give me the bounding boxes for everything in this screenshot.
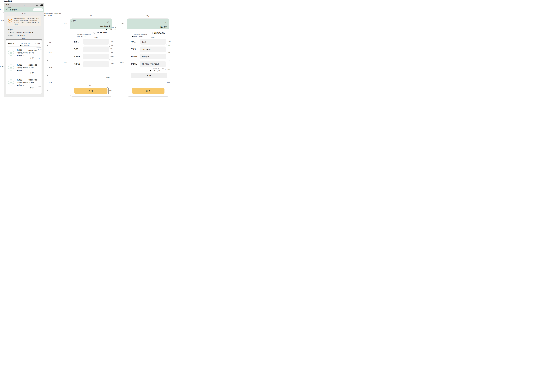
recipient-input[interactable]: 张某某	[140, 39, 166, 45]
dim-gap-36: 36px	[168, 59, 170, 61]
original-address-value: 上海普陀区金沙江路250弄43号101室	[8, 32, 33, 34]
save-button[interactable]: 保存	[132, 88, 164, 94]
avatar-icon	[8, 79, 14, 86]
measure-bracket	[47, 75, 48, 90]
warning-icon	[8, 18, 12, 23]
dim-cardheader-92: 92px	[49, 42, 51, 43]
font-annotation-31pt: 汉仪正圆 65简 31pt	[37, 46, 45, 48]
add-address-button[interactable]: + 新增	[35, 42, 40, 44]
dim-gap-36: 36px	[111, 59, 113, 61]
nav-title: 修改地址	[10, 9, 17, 11]
divider	[7, 61, 40, 61]
save-button[interactable]: 保存	[74, 88, 107, 94]
address-line2: 43号101室	[17, 84, 24, 86]
sheet-header: ✕ 地址变更	[127, 19, 169, 29]
dim-button-583: 583px	[74, 85, 107, 86]
measure-bracket	[6, 39, 42, 40]
measure-bracket	[166, 78, 167, 88]
address-line1: 上海普陀区金沙江路250弄	[17, 67, 34, 69]
contact-phone: 18618342655	[28, 79, 37, 81]
detail-address-input[interactable]: 金沙江路250弄43号101室	[140, 61, 166, 67]
detail-address-label: 详细地址	[74, 63, 80, 65]
close-icon[interactable]: ✕	[164, 21, 167, 24]
dim-item-261: 261px	[49, 52, 52, 53]
dim-gap-36: 36px	[111, 52, 113, 53]
dim-header-191: 191px	[118, 23, 124, 24]
divider	[7, 46, 40, 47]
dim-content-1203: 1203px	[117, 62, 124, 63]
measure-line	[68, 18, 68, 96]
measure-bracket	[5, 16, 6, 26]
original-contact-name: 张某某	[8, 35, 12, 36]
contact-name: 张某某	[17, 49, 22, 51]
back-icon[interactable]	[73, 20, 75, 24]
address-list-item: 张某某 18618342655 上海普陀区金沙江路250弄 43号101室 变更…	[6, 48, 42, 62]
delete-button[interactable]: 删除	[131, 73, 167, 78]
color-swatch-icon	[76, 36, 76, 37]
region-label: 所在地区	[131, 56, 137, 58]
font-annotation-31pt-lh: 汉仪正圆 65简 31pt 行距:36pt	[77, 34, 91, 35]
phone-input[interactable]	[83, 47, 109, 52]
design-canvas: 地址编辑页 汉仪细中圆简 Regular 22pt 行距:36pt CMYK(0…	[0, 0, 173, 98]
dim-gap-84: 84px	[167, 69, 170, 70]
select-checkbox-checked[interactable]: ✓	[38, 57, 41, 59]
measure-bracket	[109, 39, 110, 45]
measure-bracket	[47, 46, 48, 60]
dim-gap-180: 180px	[167, 82, 170, 83]
measure-bracket	[74, 87, 108, 88]
color-swatch-icon	[20, 45, 21, 46]
dim-width-750: 750px	[127, 15, 169, 17]
select-checkbox[interactable]	[38, 72, 41, 74]
screen-add-address: r= 20px ✕ 新增收货地址 汉仪正圆 65简 31pt CMYK(0, 0…	[70, 18, 112, 96]
default-address-radio[interactable]	[93, 32, 95, 34]
page-title: 地址编辑页	[4, 0, 12, 2]
measure-bracket	[6, 15, 42, 15]
phone-label: 手机号	[74, 48, 79, 50]
select-checkbox[interactable]	[38, 86, 41, 89]
dim-gap-36: 36px	[111, 45, 113, 46]
measure-bracket	[166, 67, 167, 73]
font-annotation-41pt: 汉仪正圆 65简 41pt	[21, 43, 30, 44]
recipient-label: 收件人	[131, 41, 136, 43]
menu-dots-icon[interactable]: •••	[34, 9, 36, 11]
color-swatch-icon	[150, 70, 151, 72]
default-address-label: 设定为默认地址	[97, 32, 107, 34]
address-line2: 43号101室	[17, 54, 24, 56]
measure-bracket	[109, 46, 110, 52]
measure-bracket	[167, 59, 167, 61]
divider	[7, 76, 40, 76]
original-contact-phone: 18618342655	[17, 35, 26, 36]
dim-item-261: 261px	[49, 67, 52, 68]
font-annotation-31pt-lh: 汉仪正圆 65简 31pt 行距:36pt	[134, 34, 147, 35]
measure-bracket	[127, 18, 169, 18]
status-icons	[36, 5, 43, 6]
measure-bracket	[167, 44, 167, 47]
measure-bracket	[5, 40, 5, 94]
dim-field-100: 100px	[110, 48, 114, 49]
close-icon[interactable]: ✕	[107, 21, 109, 24]
region-input[interactable]	[83, 54, 109, 59]
recipient-input[interactable]	[83, 39, 109, 45]
phone-input[interactable]: 18618342655	[140, 47, 166, 52]
dim-item-261: 261px	[49, 82, 52, 83]
measure-bracket	[109, 54, 110, 60]
dim-header-191: 191px	[61, 23, 67, 24]
dim-field-100: 100px	[110, 55, 114, 57]
dim-button-96: 96px	[109, 90, 111, 91]
warning-banner: 修改后会影响物流失效、送货上门等服务，只能原价修改且付款后只能修改一次。若因商品…	[6, 16, 41, 26]
capsule-target-icon[interactable]: ◉	[40, 9, 42, 11]
nav-bar: 修改地址 ••• ◉	[4, 7, 44, 12]
contact-name: 张某某	[17, 64, 22, 66]
change-button[interactable]: 变更	[30, 57, 34, 59]
change-button[interactable]: 变更	[30, 72, 34, 74]
font-annotation-31pt: 汉仪正圆 65简 31pt	[89, 27, 118, 29]
sheet-title: 地址变更	[160, 26, 167, 28]
contact-phone: 18618342655	[28, 64, 37, 66]
dim-content-1203: 1203px	[60, 62, 67, 63]
address-list-item: 张某某 18618342655 上海普陀区金沙江路250弄 43号101室 变更	[6, 64, 42, 77]
change-button[interactable]: 变更	[30, 87, 34, 89]
region-input[interactable]: 上海普陀区	[140, 54, 166, 59]
default-address-radio[interactable]	[151, 32, 153, 34]
measure-line	[171, 18, 171, 96]
detail-address-input[interactable]	[83, 61, 109, 67]
